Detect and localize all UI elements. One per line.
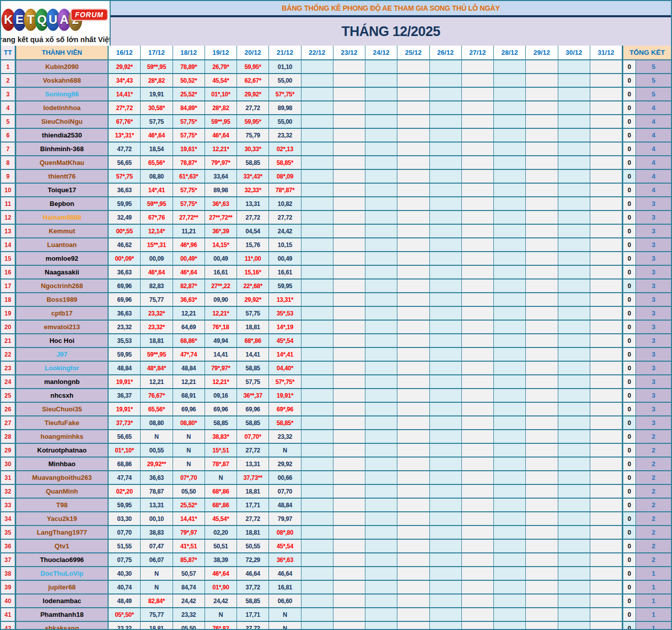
score-cell: 00,10 xyxy=(141,512,173,525)
empty-cell xyxy=(462,622,494,630)
empty-cell xyxy=(397,403,429,415)
empty-cell xyxy=(462,526,494,539)
total-count-cell: 3 xyxy=(636,252,671,265)
table-row: 4lodetinhhoa27*,7230,58*84,89*28*,8227,7… xyxy=(1,101,671,115)
empty-cell xyxy=(333,526,365,539)
score-cell: 46*,64 xyxy=(205,129,237,142)
empty-cell xyxy=(430,170,462,183)
score-cell: 68,86* xyxy=(173,334,205,347)
empty-cell xyxy=(333,512,365,525)
score-cell: 17,71 xyxy=(237,608,269,621)
empty-cell xyxy=(462,88,494,100)
score-cell: 15,76 xyxy=(237,238,269,251)
empty-cell xyxy=(558,238,590,251)
score-cell: 58,85 xyxy=(205,416,237,429)
empty-cell xyxy=(462,156,494,169)
empty-cell xyxy=(590,115,622,128)
empty-cell xyxy=(494,553,526,566)
empty-cell xyxy=(526,238,558,251)
empty-cell xyxy=(301,594,333,607)
score-cell: 36*,63 xyxy=(205,197,237,210)
empty-cell xyxy=(494,389,526,402)
empty-cell xyxy=(333,293,365,306)
empty-cell xyxy=(365,416,397,429)
score-cell: 09,90 xyxy=(205,293,237,306)
empty-cell xyxy=(590,129,622,142)
empty-cell xyxy=(494,115,526,128)
empty-cell xyxy=(301,348,333,361)
score-cell: 29,92* xyxy=(109,60,141,73)
row-number: 3 xyxy=(1,88,15,100)
empty-cell xyxy=(590,581,622,593)
empty-cell xyxy=(430,416,462,429)
score-cell: 28*,82 xyxy=(141,74,173,87)
score-cell: 82,84* xyxy=(141,594,173,607)
score-cell: 37,72 xyxy=(237,581,269,593)
empty-cell xyxy=(494,184,526,196)
empty-cell xyxy=(333,608,365,621)
empty-cell xyxy=(462,348,494,361)
empty-cell xyxy=(558,499,590,511)
empty-cell xyxy=(590,156,622,169)
total-count-cell: 2 xyxy=(636,444,671,457)
score-cell: 29,92* xyxy=(237,88,269,100)
empty-cell xyxy=(494,101,526,114)
row-number: 8 xyxy=(1,156,15,169)
total-zero-cell: 0 xyxy=(622,485,636,498)
empty-cell xyxy=(301,362,333,374)
total-zero-cell: 0 xyxy=(622,252,636,265)
row-number: 10 xyxy=(1,184,15,196)
total-count-cell: 4 xyxy=(636,143,671,155)
empty-cell xyxy=(365,88,397,100)
score-cell: 68*,86 xyxy=(237,334,269,347)
score-cell: 57,75* xyxy=(173,197,205,210)
empty-cell xyxy=(526,471,558,484)
score-cell: 12,21* xyxy=(205,375,237,388)
empty-cell xyxy=(301,430,333,443)
total-zero-cell: 0 xyxy=(622,238,636,251)
total-zero-cell: 0 xyxy=(622,279,636,292)
empty-cell xyxy=(301,622,333,630)
member-name: Qtv1 xyxy=(15,540,109,552)
empty-cell xyxy=(494,252,526,265)
score-cell: 62,67* xyxy=(237,74,269,87)
empty-cell xyxy=(590,594,622,607)
total-zero-cell: 0 xyxy=(622,225,636,237)
empty-cell xyxy=(494,430,526,443)
table-row: 38DocThuLoVip40,30N50,5746*,6446,6446,64… xyxy=(1,567,671,581)
empty-cell xyxy=(558,458,590,470)
empty-cell xyxy=(494,129,526,142)
total-zero-cell: 0 xyxy=(622,471,636,484)
empty-cell xyxy=(397,266,429,278)
score-cell: 18,81 xyxy=(237,485,269,498)
member-name: Muavangboithu263 xyxy=(15,471,109,484)
score-cell: 58,85 xyxy=(237,416,269,429)
empty-cell xyxy=(397,115,429,128)
empty-cell xyxy=(526,170,558,183)
empty-cell xyxy=(397,608,429,621)
score-cell: 46*,64 xyxy=(173,266,205,278)
total-count-cell: 3 xyxy=(636,307,671,320)
table-row: 7Binhminh-36847,7218,5419,61*12,21*30,33… xyxy=(1,143,671,156)
column-header-date: 27/12 xyxy=(462,46,494,59)
score-cell: 48,84 xyxy=(109,362,141,374)
empty-cell xyxy=(558,403,590,415)
score-cell: 02*,20 xyxy=(109,485,141,498)
row-number: 2 xyxy=(1,74,15,87)
empty-cell xyxy=(590,321,622,333)
score-cell: 29,92 xyxy=(269,458,301,470)
empty-cell xyxy=(558,389,590,402)
empty-cell xyxy=(558,416,590,429)
empty-cell xyxy=(365,581,397,593)
empty-cell xyxy=(590,348,622,361)
empty-cell xyxy=(462,471,494,484)
score-cell: 50,57 xyxy=(173,567,205,580)
member-name: Kubin2090 xyxy=(15,60,109,73)
empty-cell xyxy=(526,553,558,566)
total-count-cell: 3 xyxy=(636,375,671,388)
total-zero-cell: 0 xyxy=(622,540,636,552)
table-row: 27TieufuFake37,73*08,8008,80*58,8558,855… xyxy=(1,416,671,430)
score-cell: 12,21 xyxy=(173,375,205,388)
score-cell: 27*,72 xyxy=(109,101,141,114)
score-cell: 14*,41 xyxy=(141,184,173,196)
